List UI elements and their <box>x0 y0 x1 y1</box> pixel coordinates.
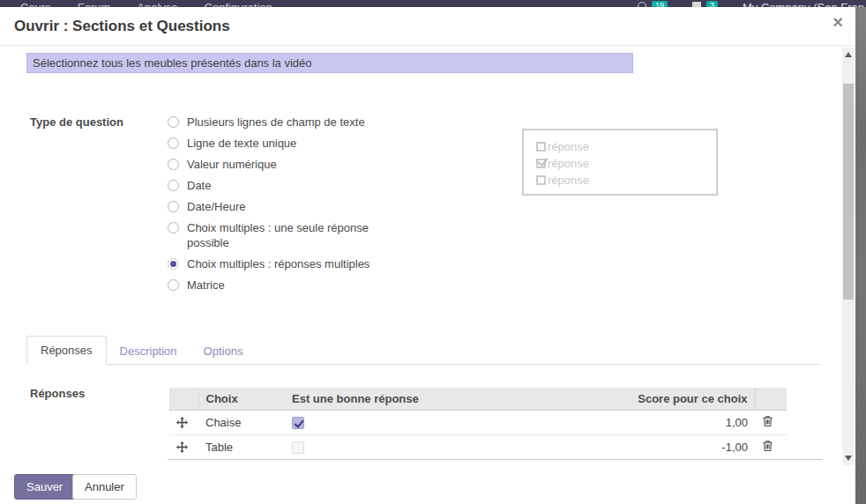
modal-header: Ouvrir : Sections et Questions × <box>0 7 855 46</box>
activity-count-badge[interactable]: 3 <box>706 1 718 7</box>
correct-checkbox[interactable] <box>292 441 304 454</box>
correct-cell <box>285 411 538 435</box>
actions-cell <box>755 435 787 460</box>
screen: Cours Forum Analyse Configuration 19 3 M… <box>0 0 866 504</box>
radio-option-label: Plusieurs lignes de champ de texte <box>187 115 365 130</box>
radio-option-label: Date <box>187 178 211 193</box>
scroll-thumb[interactable] <box>843 84 854 300</box>
table-row: Table -1,00 <box>169 435 787 460</box>
question-type-options: Plusieurs lignes de champ de texte Ligne… <box>168 115 375 299</box>
radio-icon[interactable] <box>168 116 179 128</box>
radio-option-label: Valeur numérique <box>187 157 277 172</box>
radio-icon[interactable] <box>168 258 179 270</box>
tab-reponses[interactable]: Réponses <box>26 336 107 365</box>
nav-item-cours[interactable]: Cours <box>7 0 64 7</box>
move-arrows-icon <box>176 441 188 453</box>
actions-cell <box>755 411 787 435</box>
answers-field-label: Réponses <box>30 387 85 400</box>
radio-option-simple-choice[interactable]: Choix multiples : une seule réponse poss… <box>168 220 375 250</box>
table-header-row: Choix Est une bonne réponse Score pour c… <box>169 388 787 411</box>
scroll-up-icon[interactable] <box>845 52 852 57</box>
save-button[interactable]: Sauver <box>14 474 75 500</box>
company-name[interactable]: My Company (San Fran <box>743 1 866 7</box>
radio-option-label: Choix multiples : réponses multiples <box>187 256 370 271</box>
navbar-systray: 19 3 My Company (San Fran <box>638 0 866 7</box>
radio-option-numeric[interactable]: Valeur numérique <box>168 157 375 172</box>
checkbox-icon <box>536 142 546 152</box>
preview-item-label: réponse <box>548 138 589 155</box>
radio-icon[interactable] <box>168 159 179 170</box>
col-header-handle <box>169 388 198 411</box>
drag-handle[interactable] <box>169 411 198 435</box>
move-arrows-icon <box>176 417 188 428</box>
message-count-badge[interactable]: 19 <box>652 1 668 7</box>
question-type-label: Type de question <box>30 115 123 129</box>
drag-handle[interactable] <box>169 435 198 460</box>
choice-cell[interactable]: Table <box>198 435 285 460</box>
nav-item-analyse[interactable]: Analyse <box>123 0 190 7</box>
modal-title: Ouvrir : Sections et Questions <box>14 18 230 35</box>
radio-option-multiline[interactable]: Plusieurs lignes de champ de texte <box>168 115 375 130</box>
top-navbar: Cours Forum Analyse Configuration 19 3 M… <box>0 0 866 7</box>
page-backdrop-scroll-area[interactable] <box>855 7 866 504</box>
checkbox-checked-icon <box>536 159 546 168</box>
preview-item-label: réponse <box>548 155 589 172</box>
preview-item: réponse <box>536 155 716 172</box>
checkbox-icon <box>536 175 546 185</box>
preview-item: réponse <box>536 172 716 189</box>
choice-cell[interactable]: Chaise <box>198 411 285 435</box>
radio-option-label: Choix multiples : une seule réponse poss… <box>187 220 375 250</box>
answers-table: Choix Est une bonne réponse Score pour c… <box>169 388 787 459</box>
close-icon[interactable]: × <box>832 13 843 31</box>
col-header-choix: Choix <box>198 388 285 411</box>
trash-icon[interactable] <box>762 415 773 427</box>
sheet-bottom-border <box>168 459 822 460</box>
col-header-score: Score pour ce choix <box>538 388 755 411</box>
tab-label: Options <box>204 345 243 358</box>
answer-type-preview: réponse réponse réponse <box>522 129 718 196</box>
navbar-menu: Cours Forum Analyse Configuration <box>0 0 286 7</box>
radio-option-label: Ligne de texte unique <box>187 136 296 151</box>
radio-icon[interactable] <box>168 201 179 212</box>
radio-option-date[interactable]: Date <box>168 178 375 193</box>
tab-description[interactable]: Description <box>107 337 190 365</box>
radio-option-singleline[interactable]: Ligne de texte unique <box>168 136 375 151</box>
correct-cell <box>285 435 538 460</box>
radio-icon[interactable] <box>168 279 179 291</box>
nav-item-forum[interactable]: Forum <box>64 0 124 7</box>
tab-label: Description <box>120 345 177 358</box>
radio-option-label: Matrice <box>187 278 225 293</box>
radio-option-datetime[interactable]: Date/Heure <box>168 199 375 214</box>
radio-option-matrix[interactable]: Matrice <box>168 278 375 293</box>
radio-icon[interactable] <box>168 180 179 191</box>
trash-icon[interactable] <box>762 440 773 452</box>
tab-options[interactable]: Options <box>190 337 257 365</box>
modal-dialog: Ouvrir : Sections et Questions × Type de… <box>0 7 855 504</box>
radio-icon[interactable] <box>168 137 179 149</box>
nav-item-configuration[interactable]: Configuration <box>191 0 286 7</box>
tab-label: Réponses <box>41 344 93 357</box>
preview-item: réponse <box>536 138 716 155</box>
question-text-input[interactable] <box>26 53 633 73</box>
preview-item-label: réponse <box>548 172 589 189</box>
radio-option-multiple-choice[interactable]: Choix multiples : réponses multiples <box>168 256 375 271</box>
scroll-down-icon[interactable] <box>845 456 852 461</box>
modal-scrollbar[interactable] <box>842 48 855 465</box>
correct-checkbox[interactable] <box>292 417 304 429</box>
table-row: Chaise 1,00 <box>169 411 787 435</box>
radio-icon[interactable] <box>168 222 179 233</box>
col-header-actions <box>755 388 787 411</box>
tab-bar: Réponses Description Options <box>26 335 820 365</box>
cancel-button[interactable]: Annuler <box>72 474 137 500</box>
score-cell[interactable]: 1,00 <box>538 411 755 435</box>
score-cell[interactable]: -1,00 <box>538 435 755 460</box>
col-header-bonne-reponse: Est une bonne réponse <box>285 388 538 411</box>
radio-option-label: Date/Heure <box>187 199 245 214</box>
